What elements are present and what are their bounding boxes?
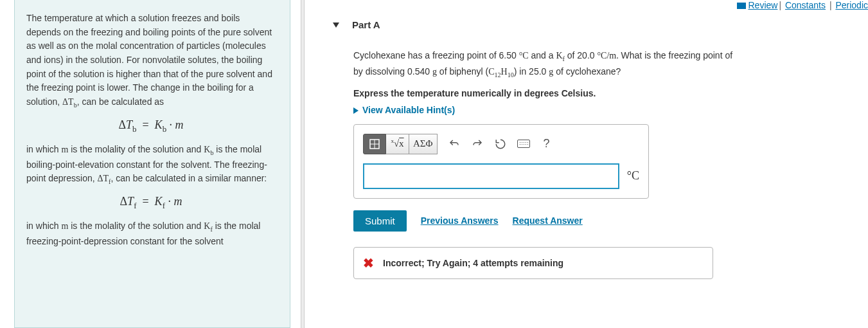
answer-box: x√x ΑΣΦ ? — [353, 124, 649, 199]
equation-toolbar: x√x ΑΣΦ ? — [363, 134, 639, 154]
feedback-box: ✖ Incorrect; Try Again; 4 attempts remai… — [353, 247, 713, 279]
undo-button[interactable] — [443, 134, 466, 154]
collapse-icon — [333, 23, 339, 28]
answer-instruction: Express the temperature numerically in d… — [353, 88, 868, 98]
review-icon — [737, 3, 746, 9]
intro-paragraph-2: in which m is the molality of the soluti… — [26, 143, 276, 187]
redo-button[interactable] — [466, 134, 489, 154]
previous-answers-link[interactable]: Previous Answers — [421, 215, 499, 226]
submit-button[interactable]: Submit — [353, 210, 407, 232]
top-links: Review| Constants | Periodic — [737, 0, 869, 10]
intro-paragraph-3: in which m is the molality of the soluti… — [26, 219, 276, 248]
review-link[interactable]: Review — [748, 0, 778, 10]
templates-button[interactable] — [363, 134, 386, 154]
equation-freezing: ΔTf = Kf · m — [26, 195, 276, 211]
view-hints-toggle[interactable]: View Available Hint(s) — [353, 105, 868, 115]
equation-boiling: ΔTb = Kb · m — [26, 118, 276, 134]
reset-button[interactable] — [489, 134, 512, 154]
help-button[interactable]: ? — [535, 134, 558, 154]
panel-divider[interactable] — [301, 0, 305, 328]
periodic-table-link[interactable]: Periodic — [835, 0, 868, 10]
feedback-text: Incorrect; Try Again; 4 attempts remaini… — [383, 258, 563, 268]
intro-panel: The temperature at which a solution free… — [14, 0, 290, 328]
part-title: Part A — [352, 19, 380, 30]
keyboard-button[interactable] — [512, 134, 535, 154]
intro-paragraph-1: The temperature at which a solution free… — [26, 12, 276, 111]
answer-input[interactable] — [363, 163, 619, 189]
part-header[interactable]: Part A — [315, 19, 868, 30]
incorrect-icon: ✖ — [363, 255, 374, 271]
unit-label: °C — [627, 169, 639, 183]
request-answer-link[interactable]: Request Answer — [513, 215, 583, 226]
greek-button[interactable]: ΑΣΦ — [409, 134, 438, 154]
constants-link[interactable]: Constants — [785, 0, 826, 10]
sqrt-button[interactable]: x√x — [386, 134, 409, 154]
expand-icon — [353, 107, 359, 114]
question-text: Cyclohexane has a freezing point of 6.50… — [353, 48, 868, 80]
